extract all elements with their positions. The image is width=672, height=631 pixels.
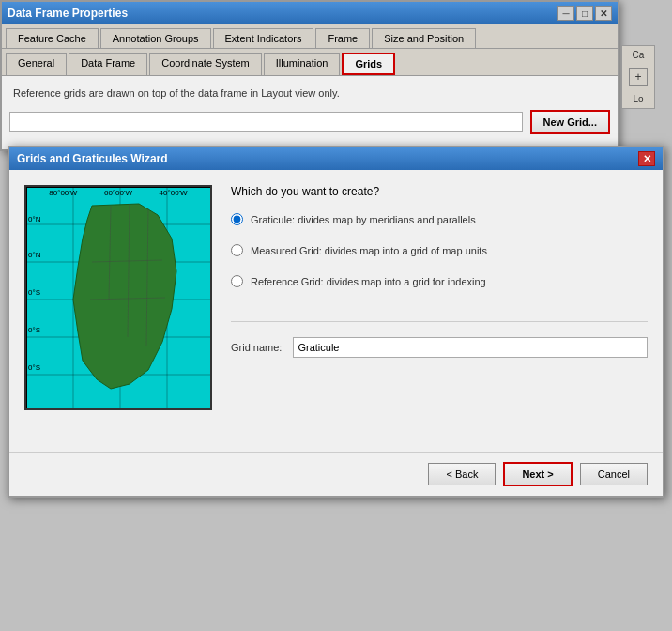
wizard-titlebar: Grids and Graticules Wizard ✕ bbox=[9, 147, 663, 170]
wizard-footer: < Back Next > Cancel bbox=[9, 452, 663, 496]
tab-grids[interactable]: Grids bbox=[342, 53, 395, 75]
tab-frame[interactable]: Frame bbox=[315, 28, 370, 48]
radio-graticule[interactable]: Graticule: divides map by meridians and … bbox=[231, 213, 648, 225]
map-lat-label-5: 0°S bbox=[28, 363, 40, 372]
side-label-ca: Ca bbox=[633, 50, 645, 60]
radio-measured-label: Measured Grid: divides map into a grid o… bbox=[251, 245, 487, 256]
map-preview-container: 80°00'W 60°00'W 40°00'W bbox=[24, 185, 212, 437]
radio-measured-grid[interactable]: Measured Grid: divides map into a grid o… bbox=[231, 244, 648, 256]
minimize-button[interactable]: ─ bbox=[557, 6, 574, 21]
tabs-row-2: General Data Frame Coordinate System Ill… bbox=[2, 49, 618, 76]
tab-feature-cache[interactable]: Feature Cache bbox=[6, 28, 99, 48]
tab-general[interactable]: General bbox=[6, 53, 67, 75]
radio-reference-label: Reference Grid: divides map into a grid … bbox=[251, 276, 486, 287]
cancel-button[interactable]: Cancel bbox=[580, 463, 648, 485]
radio-reference-input[interactable] bbox=[231, 275, 243, 287]
tab-illumination[interactable]: Illumination bbox=[264, 53, 341, 75]
side-label-lo: Lo bbox=[633, 94, 643, 104]
radio-reference-grid[interactable]: Reference Grid: divides map into a grid … bbox=[231, 275, 648, 287]
map-lat-label-3: 0°S bbox=[28, 288, 40, 297]
map-lat-label-2: 0°N bbox=[28, 251, 40, 259]
map-background: 80°00'W 60°00'W 40°00'W bbox=[26, 187, 210, 408]
back-button[interactable]: < Back bbox=[428, 463, 496, 485]
side-panel: Ca + Lo bbox=[621, 45, 655, 109]
grids-graticules-wizard: Grids and Graticules Wizard ✕ 80°00'W 60… bbox=[8, 146, 664, 498]
map-lat-label-4: 0°S bbox=[28, 326, 40, 334]
radio-graticule-label: Graticule: divides map by meridians and … bbox=[251, 214, 476, 225]
grid-name-label: Grid name: bbox=[231, 342, 282, 353]
tabs-row-1: Feature Cache Annotation Groups Extent I… bbox=[2, 24, 618, 49]
outer-title: Data Frame Properties bbox=[8, 7, 128, 20]
window-controls: ─ □ ✕ bbox=[557, 6, 612, 21]
grid-name-input[interactable] bbox=[293, 337, 648, 358]
tab-annotation-groups[interactable]: Annotation Groups bbox=[100, 28, 211, 48]
wizard-options-panel: Which do you want to create? Graticule: … bbox=[231, 185, 648, 437]
map-grid-svg bbox=[26, 187, 210, 408]
wizard-content: 80°00'W 60°00'W 40°00'W bbox=[9, 170, 663, 452]
outer-content-area: Reference grids are drawn on top of the … bbox=[2, 76, 618, 149]
new-grid-button[interactable]: New Grid... bbox=[530, 110, 610, 134]
tab-data-frame[interactable]: Data Frame bbox=[69, 53, 147, 75]
maximize-button[interactable]: □ bbox=[576, 6, 593, 21]
tab-extent-indicators[interactable]: Extent Indicators bbox=[213, 28, 314, 48]
outer-titlebar: Data Frame Properties ─ □ ✕ bbox=[2, 2, 618, 24]
wizard-question: Which do you want to create? bbox=[231, 185, 648, 198]
svg-marker-8 bbox=[73, 204, 176, 389]
map-lat-label-1: 0°N bbox=[28, 215, 40, 223]
tab-size-and-position[interactable]: Size and Position bbox=[372, 28, 476, 48]
map-preview: 80°00'W 60°00'W 40°00'W bbox=[24, 185, 212, 410]
next-button[interactable]: Next > bbox=[503, 462, 572, 486]
grids-description: Reference grids are drawn on top of the … bbox=[9, 84, 610, 102]
grid-list-input[interactable] bbox=[9, 112, 523, 132]
wizard-title: Grids and Graticules Wizard bbox=[17, 152, 168, 165]
wizard-close-button[interactable]: ✕ bbox=[638, 151, 655, 166]
grid-name-section: Grid name: bbox=[231, 321, 648, 358]
radio-measured-input[interactable] bbox=[231, 244, 243, 256]
side-expand-button[interactable]: + bbox=[629, 68, 648, 86]
tab-coordinate-system[interactable]: Coordinate System bbox=[149, 53, 262, 75]
grid-input-row: New Grid... bbox=[9, 110, 610, 134]
close-button[interactable]: ✕ bbox=[595, 6, 612, 21]
data-frame-properties-window: Data Frame Properties ─ □ ✕ Feature Cach… bbox=[0, 0, 619, 151]
radio-graticule-input[interactable] bbox=[231, 213, 243, 225]
